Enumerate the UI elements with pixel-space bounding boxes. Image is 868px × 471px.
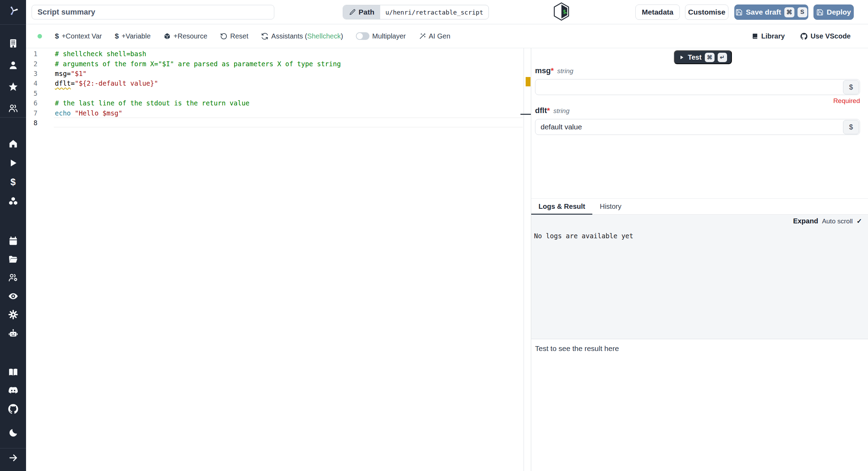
required-error: Required bbox=[833, 97, 860, 105]
arrow-right-icon[interactable] bbox=[8, 452, 18, 463]
logs-tabs: Logs & Result History bbox=[531, 198, 868, 215]
users-icon[interactable] bbox=[8, 103, 18, 113]
code-text: echo "Hello $msg" bbox=[55, 109, 123, 117]
line-number: 6 bbox=[26, 99, 37, 107]
play-icon bbox=[679, 54, 685, 60]
home-icon[interactable] bbox=[8, 138, 18, 149]
svg-text:$: $ bbox=[563, 9, 566, 15]
connection-status-dot bbox=[37, 34, 42, 38]
add-resource-button[interactable]: +Resource bbox=[164, 32, 207, 40]
add-context-var-button[interactable]: $ +Context Var bbox=[55, 32, 102, 40]
main-area: Path u/henri/retractable_script $ Metada… bbox=[26, 0, 868, 471]
overview-ruler-warning-mark bbox=[526, 77, 531, 86]
customise-button[interactable]: Customise bbox=[685, 5, 728, 20]
code-line[interactable]: 4dflt="${2:-default value}" bbox=[26, 78, 524, 88]
building-icon[interactable] bbox=[8, 38, 18, 49]
code-line[interactable]: 5 bbox=[26, 88, 524, 98]
metadata-button[interactable]: Metadata bbox=[635, 5, 680, 20]
reset-label: Reset bbox=[230, 32, 248, 40]
calendar-icon[interactable] bbox=[8, 236, 18, 246]
autoscroll-label[interactable]: Auto scroll bbox=[822, 217, 853, 225]
wand-sparkles-icon bbox=[419, 33, 426, 40]
line-number: 8 bbox=[26, 119, 37, 127]
arg-type: string bbox=[553, 107, 569, 115]
sidebar-divider bbox=[0, 24, 26, 25]
code-line[interactable]: 6# the last line of the stdout is the re… bbox=[26, 98, 524, 108]
users-cog-icon[interactable] bbox=[8, 272, 18, 283]
windmill-logo-icon[interactable] bbox=[7, 5, 19, 17]
path-group: Path u/henri/retractable_script bbox=[343, 5, 489, 19]
context-var-label: +Context Var bbox=[62, 32, 102, 40]
reset-button[interactable]: Reset bbox=[220, 32, 248, 40]
rotate-ccw-icon bbox=[220, 33, 227, 40]
code-editor[interactable]: 1# shellcheck shell=bash2# arguments of … bbox=[26, 48, 524, 471]
play-icon[interactable] bbox=[8, 157, 18, 168]
cube-icon bbox=[164, 33, 171, 40]
kbd-s: S bbox=[798, 7, 807, 17]
book-open-icon[interactable] bbox=[8, 367, 18, 377]
eye-icon[interactable] bbox=[8, 291, 18, 301]
code-line[interactable]: 8 bbox=[26, 118, 524, 128]
check-icon[interactable]: ✓ bbox=[857, 217, 862, 225]
code-line[interactable]: 7echo "Hello $msg" bbox=[26, 108, 524, 118]
multiplayer-label: Multiplayer bbox=[372, 32, 406, 40]
cubes-icon[interactable] bbox=[8, 196, 18, 207]
expand-button[interactable]: Expand bbox=[793, 217, 818, 225]
book-icon bbox=[751, 33, 759, 40]
tab-logs-result[interactable]: Logs & Result bbox=[531, 199, 592, 214]
content-split: 1# shellcheck shell=bash2# arguments of … bbox=[26, 48, 868, 471]
save-icon bbox=[735, 9, 743, 16]
shellcheck-label: Shellcheck bbox=[307, 32, 341, 40]
save-icon bbox=[816, 9, 824, 16]
code-line[interactable]: 1# shellcheck shell=bash bbox=[26, 49, 524, 59]
code-text: # shellcheck shell=bash bbox=[55, 50, 146, 58]
code-line[interactable]: 2# arguments of the form X="$I" are pars… bbox=[26, 59, 524, 68]
robot-icon[interactable] bbox=[8, 328, 18, 339]
add-variable-button[interactable]: $ +Variable bbox=[115, 32, 151, 40]
ai-gen-button[interactable]: AI Gen bbox=[419, 32, 450, 40]
bash-language-icon: $ bbox=[552, 2, 570, 22]
line-number: 7 bbox=[26, 109, 37, 117]
code-text: # arguments of the form X="$I" are parse… bbox=[55, 60, 341, 68]
deploy-label: Deploy bbox=[827, 8, 851, 16]
star-icon[interactable] bbox=[8, 81, 18, 92]
variable-label: +Variable bbox=[122, 32, 151, 40]
dflt-input[interactable] bbox=[535, 119, 860, 135]
insert-variable-button[interactable]: $ bbox=[843, 80, 859, 94]
script-summary-input[interactable] bbox=[32, 5, 274, 19]
ai-gen-label: AI Gen bbox=[429, 32, 450, 40]
insert-variable-button[interactable]: $ bbox=[843, 120, 859, 134]
test-button[interactable]: Test ⌘ ↵ bbox=[674, 50, 732, 64]
edit-path-button[interactable]: Path bbox=[343, 5, 380, 19]
script-path[interactable]: u/henri/retractable_script bbox=[380, 5, 489, 19]
library-button[interactable]: Library bbox=[751, 32, 785, 40]
sidebar-divider bbox=[0, 448, 26, 448]
line-number: 4 bbox=[26, 79, 37, 87]
moon-icon[interactable] bbox=[8, 427, 18, 438]
code-text: dflt="${2:-default value}" bbox=[55, 79, 158, 87]
multiplayer-toggle[interactable] bbox=[356, 32, 369, 40]
line-number: 5 bbox=[26, 89, 37, 97]
path-label: Path bbox=[359, 8, 375, 16]
toolbar-right: Library Use VScode bbox=[751, 32, 851, 40]
assistants-button[interactable]: Assistants (Shellcheck) bbox=[261, 32, 343, 40]
code-text: msg="$1" bbox=[55, 70, 87, 77]
use-vscode-button[interactable]: Use VScode bbox=[800, 32, 851, 40]
deploy-button[interactable]: Deploy bbox=[813, 5, 854, 20]
code-line[interactable]: 3msg="$1" bbox=[26, 69, 524, 78]
tab-history[interactable]: History bbox=[592, 199, 628, 214]
line-number: 1 bbox=[26, 50, 37, 58]
discord-icon[interactable] bbox=[8, 385, 18, 395]
library-label: Library bbox=[761, 32, 785, 40]
pane-splitter[interactable] bbox=[524, 48, 531, 471]
dollar-icon[interactable]: $ bbox=[8, 177, 18, 188]
toggle-knob bbox=[357, 33, 363, 39]
gear-icon[interactable] bbox=[8, 309, 18, 320]
github-icon[interactable] bbox=[8, 403, 18, 414]
result-hint: Test to see the result here bbox=[535, 344, 868, 353]
user-icon[interactable] bbox=[8, 60, 18, 70]
save-draft-button[interactable]: Save draft ⌘ S bbox=[734, 5, 808, 20]
msg-input[interactable] bbox=[535, 79, 860, 95]
metadata-label: Metadata bbox=[642, 8, 673, 16]
folder-open-icon[interactable] bbox=[8, 254, 18, 264]
